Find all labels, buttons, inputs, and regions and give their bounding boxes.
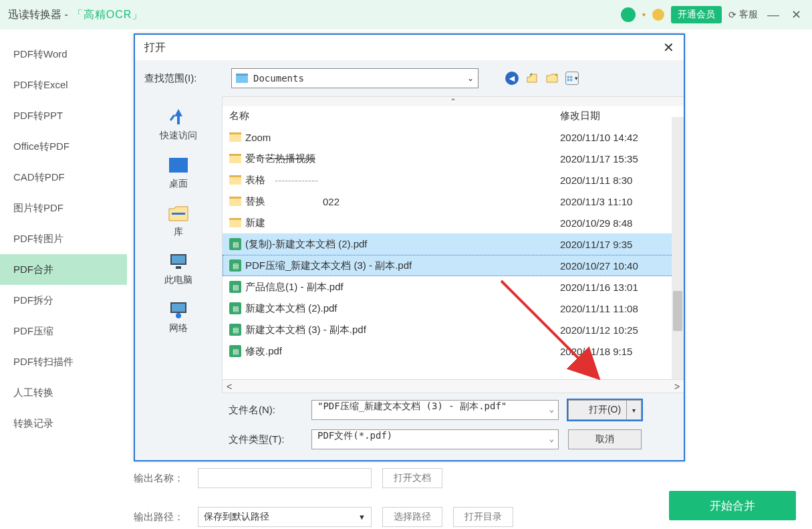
place-0[interactable]: 快速访问 [135,102,222,148]
dialog-toolbar: ◄ ✦ ▾ [505,72,579,85]
place-4[interactable]: 网络 [135,294,222,341]
file-date: 2020/11/11 11:08 [560,303,684,314]
sidebar-item-9[interactable]: PDF压缩 [0,316,127,346]
file-date: 2020/10/27 10:40 [560,260,684,272]
place-label: 此电脑 [164,274,192,286]
sidebar-item-6[interactable]: PDF转图片 [0,223,127,254]
vip-button[interactable]: 开通会员 [671,6,722,23]
open-doc-button[interactable]: 打开文档 [382,468,442,488]
choose-path-button[interactable]: 选择路径 [382,507,442,527]
file-row[interactable]: ▤产品信息(1) - 副本.pdf2020/11/16 13:01 [223,276,684,298]
file-list-header: 名称 修改日期 [223,106,684,126]
ocr-tag: 「高精OCR」 [72,8,144,22]
folder-icon [229,218,241,227]
scrollbar-thumb[interactable] [673,291,682,331]
sidebar-item-8[interactable]: PDF拆分 [0,285,127,316]
output-name-input[interactable] [198,468,372,488]
sidebar: PDF转WordPDF转ExcelPDF转PPTOffice转PDFCAD转PD… [0,29,127,529]
dialog-close-icon[interactable]: ✕ [663,39,674,56]
dialog-title-bar[interactable]: 打开 ✕ [135,35,684,60]
file-list[interactable]: Zoom2020/11/10 14:42爱奇艺热播视频2020/11/17 15… [223,126,684,379]
file-row[interactable]: ▤修改.pdf2020/11/18 9:15 [223,340,684,362]
place-3[interactable]: 此电脑 [135,246,222,293]
sidebar-item-7[interactable]: PDF合并 [0,254,127,285]
file-row[interactable]: 爱奇艺热播视频2020/11/17 15:35 [223,148,684,169]
output-path-select[interactable]: 保存到默认路径 ▼ [198,507,372,527]
file-date: 2020/10/29 8:48 [560,217,684,229]
column-date[interactable]: 修改日期 [560,110,684,122]
place-label: 快速访问 [160,130,197,142]
svg-rect-3 [567,79,569,81]
vip-crown-icon[interactable] [652,9,664,21]
file-row[interactable]: ▤PDF压缩_新建文本文档 (3) - 副本.pdf2020/10/27 10:… [223,255,684,276]
sidebar-item-2[interactable]: PDF转PPT [0,100,127,131]
chevron-down-icon[interactable]: ⌄ [549,405,554,414]
file-date: 2020/11/11 8:30 [560,175,684,186]
file-row[interactable]: ▤(复制)-新建文本文档 (2).pdf2020/11/17 9:35 [223,233,684,255]
dialog-bottom-controls: 文件名(N): "PDF压缩_新建文本文档 (3) - 副本.pdf" ⌄ 打开… [135,393,684,460]
column-name[interactable]: 名称 [223,110,560,122]
output-path-value: 保存到默认路径 [204,511,269,523]
start-merge-label: 开始合并 [710,498,755,514]
file-row[interactable]: Zoom2020/11/10 14:42 [223,126,684,148]
file-date: 2020/11/10 14:42 [560,132,684,143]
place-2[interactable]: 库 [135,198,222,245]
file-name: (复制)-新建文本文档 (2).pdf [245,238,368,251]
sidebar-item-10[interactable]: PDF转扫描件 [0,346,127,377]
view-menu-icon[interactable]: ▾ [565,72,579,85]
filename-input[interactable]: "PDF压缩_新建文本文档 (3) - 副本.pdf" ⌄ [311,400,559,420]
svg-rect-11 [172,304,185,312]
headset-icon: ⟳ [728,9,736,20]
support-button[interactable]: ⟳ 客服 [728,9,758,21]
up-level-icon[interactable] [525,72,539,85]
file-row[interactable]: 新建2020/10/29 8:48 [223,212,684,233]
file-row[interactable]: ▤新建文本文档 (3) - 副本.pdf2020/11/12 10:25 [223,319,684,340]
back-icon[interactable]: ◄ [505,72,519,85]
file-row[interactable]: 表格-------------2020/11/11 8:30 [223,169,684,191]
sidebar-item-11[interactable]: 人工转换 [0,377,127,408]
horizontal-scrollbar[interactable]: < > [223,379,684,393]
sidebar-item-12[interactable]: 转换记录 [0,408,127,439]
svg-point-12 [176,313,181,318]
file-name: 新建文本文档 (3) - 副本.pdf [245,324,366,336]
file-date: 2020/11/17 15:35 [560,153,684,165]
place-1[interactable]: 桌面 [135,150,222,197]
open-button[interactable]: 打开(O) ▾ [568,400,642,420]
place-icon [166,203,190,223]
chevron-down-icon: ▼ [358,513,366,521]
avatar-icon[interactable] [621,7,636,22]
file-row[interactable]: 替换0222020/11/3 11:10 [223,191,684,212]
file-name: 新建文本文档 (2).pdf [245,302,337,315]
scroll-right-icon[interactable]: > [670,381,684,392]
svg-rect-1 [567,76,569,78]
open-button-label: 打开(O) [589,404,621,416]
filename-value: "PDF压缩_新建文本文档 (3) - 副本.pdf" [317,401,507,411]
lookin-label: 查找范围(I): [144,72,225,85]
dot-separator: • [642,9,646,20]
sidebar-item-3[interactable]: Office转PDF [0,131,127,162]
sidebar-item-4[interactable]: CAD转PDF [0,162,127,193]
file-date: 2020/11/16 13:01 [560,282,684,293]
close-app-icon[interactable]: ✕ [789,7,804,22]
sidebar-item-5[interactable]: 图片转PDF [0,193,127,223]
scrollbar-track[interactable] [236,382,670,391]
vertical-scrollbar[interactable] [672,117,684,379]
cancel-button[interactable]: 取消 [568,429,642,449]
new-folder-icon[interactable]: ✦ [545,72,559,85]
filetype-select[interactable]: PDF文件(*.pdf) ⌄ [311,429,559,449]
top-bar: 迅读转换器 - 「高精OCR」 • 开通会员 ⟳ 客服 — ✕ [0,0,812,29]
minimize-icon[interactable]: — [765,8,782,22]
scroll-up-icon[interactable]: ⌃ [223,97,684,106]
sidebar-item-1[interactable]: PDF转Excel [0,70,127,100]
open-dir-button[interactable]: 打开目录 [453,507,513,527]
open-split-icon[interactable]: ▾ [626,401,641,419]
open-doc-label: 打开文档 [394,472,431,484]
scroll-left-icon[interactable]: < [223,381,236,392]
folder-icon [229,154,241,163]
start-merge-button[interactable]: 开始合并 [669,491,796,520]
chevron-down-icon[interactable]: ⌄ [549,434,554,443]
file-row[interactable]: ▤新建文本文档 (2).pdf2020/11/11 11:08 [223,298,684,319]
lookin-select[interactable]: Documents ⌄ [231,68,479,88]
sidebar-item-0[interactable]: PDF转Word [0,39,127,70]
svg-rect-9 [176,266,181,269]
